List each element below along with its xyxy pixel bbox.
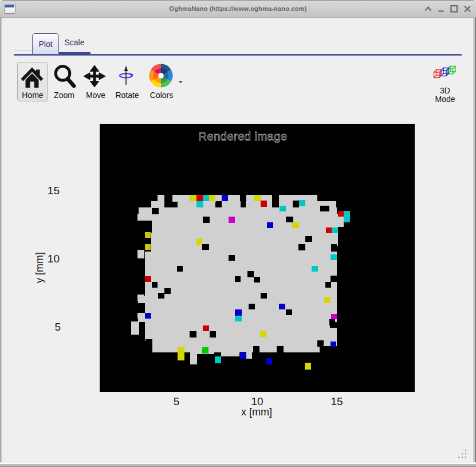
svg-text:Rendered image: Rendered image [199,130,288,143]
